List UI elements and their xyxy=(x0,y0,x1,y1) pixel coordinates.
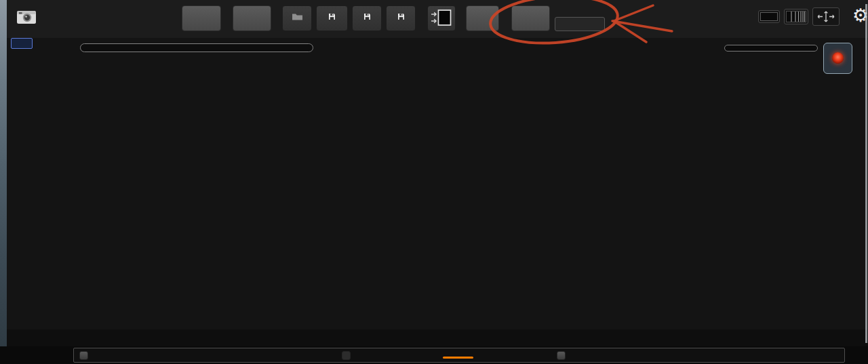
record-indicator-icon xyxy=(832,52,844,64)
measurement-info-panel xyxy=(80,43,313,52)
input-level-box xyxy=(724,45,818,52)
window-edge-sliver xyxy=(865,4,867,343)
spectrum-plot[interactable] xyxy=(0,0,868,364)
peak-checkbox[interactable] xyxy=(557,351,566,360)
app-window: { "toolbar": { "show_distortion": "Show … xyxy=(0,0,868,364)
y-axis-top-limit-field[interactable] xyxy=(11,38,33,49)
no-measurement-checkbox[interactable] xyxy=(79,351,88,360)
spectrum-checkbox[interactable] xyxy=(342,351,351,360)
signal-generator-button[interactable] xyxy=(823,43,852,74)
spectrum-color-swatch xyxy=(443,357,473,359)
x-axis-strip xyxy=(7,329,868,346)
trace-legend-bar xyxy=(73,348,845,363)
